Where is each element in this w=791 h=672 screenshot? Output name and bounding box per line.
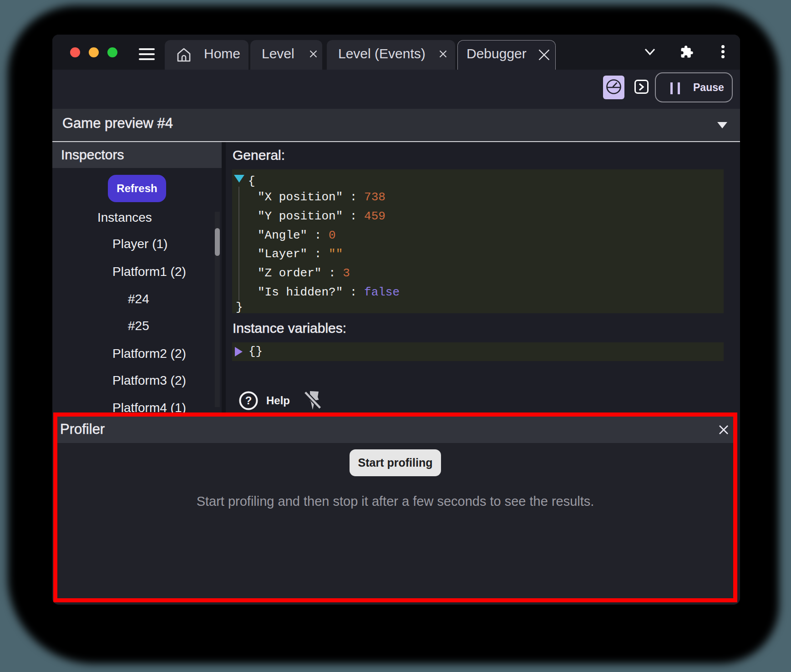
svg-text:?: ?	[245, 394, 252, 407]
